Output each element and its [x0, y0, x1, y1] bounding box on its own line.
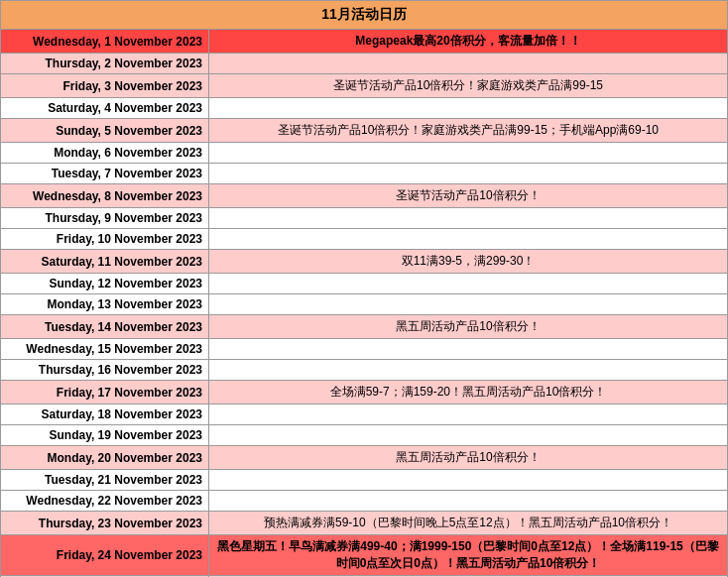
- date-cell: Thursday, 23 November 2023: [1, 512, 209, 535]
- table-row: Monday, 6 November 2023: [1, 143, 728, 164]
- event-cell: [209, 470, 728, 491]
- event-cell: Megapeak最高20倍积分，客流量加倍！！: [209, 30, 728, 54]
- table-row: Monday, 13 November 2023: [1, 294, 728, 315]
- event-cell: [209, 425, 728, 446]
- event-cell: 黑色星期五！早鸟满减券满499-40；满1999-150（巴黎时间0点至12点）…: [209, 535, 728, 576]
- date-cell: Wednesday, 15 November 2023: [1, 339, 209, 360]
- date-cell: Monday, 20 November 2023: [1, 446, 209, 470]
- table-row: Tuesday, 7 November 2023: [1, 164, 728, 184]
- event-cell: 全场满59-7；满159-20！黑五周活动产品10倍积分！: [209, 381, 728, 404]
- event-cell: [209, 208, 728, 229]
- table-row: Sunday, 5 November 2023圣诞节活动产品10倍积分！家庭游戏…: [1, 119, 728, 143]
- table-row: Thursday, 23 November 2023预热满减券满59-10（巴黎…: [1, 512, 728, 535]
- table-row: Wednesday, 15 November 2023: [1, 339, 728, 360]
- event-cell: 圣诞节活动产品10倍积分！家庭游戏类产品满99-15: [209, 74, 728, 98]
- event-cell: 圣诞节活动产品10倍积分！家庭游戏类产品满99-15；手机端App满69-10: [209, 119, 728, 143]
- table-row: Saturday, 4 November 2023: [1, 98, 728, 119]
- event-cell: [209, 294, 728, 315]
- date-cell: Wednesday, 22 November 2023: [1, 491, 209, 512]
- header-row: 11月活动日历: [1, 1, 728, 30]
- date-cell: Tuesday, 14 November 2023: [1, 315, 209, 339]
- date-cell: Wednesday, 1 November 2023: [1, 30, 209, 54]
- event-cell: 预热满减券满59-10（巴黎时间晚上5点至12点）！黑五周活动产品10倍积分！: [209, 512, 728, 535]
- date-cell: Friday, 10 November 2023: [1, 229, 209, 250]
- event-cell: 黑五周活动产品10倍积分！: [209, 446, 728, 470]
- event-cell: [209, 274, 728, 294]
- calendar-table: 11月活动日历 Wednesday, 1 November 2023Megape…: [0, 0, 728, 577]
- date-cell: Saturday, 4 November 2023: [1, 98, 209, 119]
- table-row: Thursday, 16 November 2023: [1, 360, 728, 381]
- event-cell: [209, 164, 728, 184]
- table-row: Wednesday, 8 November 2023圣诞节活动产品10倍积分！: [1, 184, 728, 208]
- event-cell: [209, 491, 728, 512]
- date-cell: Friday, 3 November 2023: [1, 74, 209, 98]
- table-row: Friday, 10 November 2023: [1, 229, 728, 250]
- date-cell: Friday, 17 November 2023: [1, 381, 209, 404]
- date-cell: Sunday, 5 November 2023: [1, 119, 209, 143]
- date-cell: Tuesday, 7 November 2023: [1, 164, 209, 184]
- table-row: Sunday, 12 November 2023: [1, 274, 728, 294]
- event-cell: 黑五周活动产品10倍积分！: [209, 315, 728, 339]
- table-row: Tuesday, 21 November 2023: [1, 470, 728, 491]
- table-row: Wednesday, 1 November 2023Megapeak最高20倍积…: [1, 30, 728, 54]
- date-cell: Thursday, 9 November 2023: [1, 208, 209, 229]
- table-row: Saturday, 18 November 2023: [1, 404, 728, 425]
- table-row: Friday, 3 November 2023圣诞节活动产品10倍积分！家庭游戏…: [1, 74, 728, 98]
- event-cell: 双11满39-5，满299-30！: [209, 250, 728, 274]
- table-row: Friday, 24 November 2023黑色星期五！早鸟满减券满499-…: [1, 535, 728, 576]
- event-cell: [209, 229, 728, 250]
- event-cell: [209, 143, 728, 164]
- table-row: Sunday, 19 November 2023: [1, 425, 728, 446]
- date-cell: Friday, 24 November 2023: [1, 535, 209, 576]
- date-cell: Thursday, 2 November 2023: [1, 54, 209, 74]
- calendar-title: 11月活动日历: [1, 1, 728, 30]
- table-row: Monday, 20 November 2023黑五周活动产品10倍积分！: [1, 446, 728, 470]
- event-cell: [209, 339, 728, 360]
- table-row: Tuesday, 14 November 2023黑五周活动产品10倍积分！: [1, 315, 728, 339]
- event-cell: [209, 360, 728, 381]
- date-cell: Saturday, 11 November 2023: [1, 250, 209, 274]
- date-cell: Thursday, 16 November 2023: [1, 360, 209, 381]
- table-row: Thursday, 2 November 2023: [1, 54, 728, 74]
- date-cell: Wednesday, 8 November 2023: [1, 184, 209, 208]
- event-cell: [209, 404, 728, 425]
- table-row: Saturday, 11 November 2023双11满39-5，满299-…: [1, 250, 728, 274]
- event-cell: 圣诞节活动产品10倍积分！: [209, 184, 728, 208]
- event-cell: [209, 98, 728, 119]
- table-row: Friday, 17 November 2023全场满59-7；满159-20！…: [1, 381, 728, 404]
- table-row: Thursday, 9 November 2023: [1, 208, 728, 229]
- date-cell: Sunday, 12 November 2023: [1, 274, 209, 294]
- event-cell: [209, 54, 728, 74]
- date-cell: Monday, 13 November 2023: [1, 294, 209, 315]
- date-cell: Monday, 6 November 2023: [1, 143, 209, 164]
- date-cell: Tuesday, 21 November 2023: [1, 470, 209, 491]
- table-row: Wednesday, 22 November 2023: [1, 491, 728, 512]
- date-cell: Sunday, 19 November 2023: [1, 425, 209, 446]
- date-cell: Saturday, 18 November 2023: [1, 404, 209, 425]
